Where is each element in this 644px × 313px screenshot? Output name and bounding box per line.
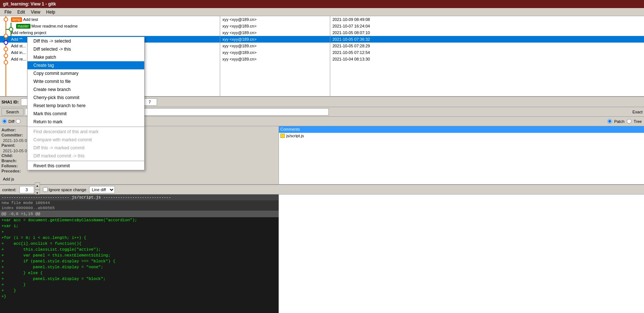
- branch-label: Branch:: [1, 159, 27, 163]
- right-file-panel: [279, 194, 644, 313]
- file-list-panel: Comments js/script.js: [279, 126, 644, 184]
- menu-help[interactable]: Help: [43, 9, 58, 15]
- diff-radio-group: Diff: [2, 119, 22, 124]
- diff-radio-label: Diff: [8, 119, 14, 124]
- author-cell-selected[interactable]: xyy <xyy@189.cn>: [220, 36, 330, 43]
- ctx-create-tag[interactable]: Create tag: [28, 61, 144, 69]
- author-cell[interactable]: xyy <xyy@189.cn>: [220, 29, 330, 36]
- patch-label: Patch: [614, 119, 625, 124]
- commit-row[interactable]: Add refering project: [0, 29, 220, 36]
- branch-badge-temp: temp: [11, 17, 22, 22]
- diff-line-add: +var i;: [0, 223, 279, 229]
- ctx-separator2: [28, 161, 144, 161]
- ignore-space-group: Ignore space change: [43, 187, 87, 192]
- diff-line-add: + panel.style.display = "block";: [0, 276, 279, 282]
- ctx-cherry-pick[interactable]: Cherry-pick this commit: [28, 94, 144, 102]
- ctx-write-commit[interactable]: Write commit to file: [28, 77, 144, 85]
- date-column: 2021-10-09 08:49:08 2021-10-07 16:24:04 …: [330, 16, 644, 96]
- menu-view[interactable]: View: [28, 9, 43, 15]
- ctx-return-mark[interactable]: Return to mark: [28, 118, 144, 126]
- ctx-diff-marked-this: Diff marked commit -> this: [28, 152, 144, 160]
- branch-badge-master: master: [16, 24, 30, 29]
- ctx-create-branch[interactable]: Create new branch: [28, 85, 144, 94]
- diff-display-panel: ---------------------------- js/script.j…: [0, 194, 644, 313]
- diff-hunk-header: @@ -0,0 +1,15 @@: [0, 211, 279, 217]
- commit-msg-text: Add js: [3, 177, 14, 181]
- diff-line-add: + this.classList.toggle("active");: [0, 247, 279, 252]
- diff-meta1: new file mode 100644: [0, 200, 279, 205]
- diff-line-add: +}: [0, 294, 279, 299]
- ignore-space-label: Ignore space change: [49, 188, 87, 192]
- diff-line-add: +: [0, 229, 279, 235]
- diff-line-add: + }: [0, 282, 279, 288]
- author-cell[interactable]: xyy <xyy@189.cn>: [220, 49, 330, 56]
- committer-label: Committer:: [1, 133, 27, 137]
- ctx-diff-selected-this[interactable]: Diff selected -> this: [28, 45, 144, 53]
- context-up-button[interactable]: ▲: [35, 182, 40, 190]
- date-cell[interactable]: 2021-10-07 16:24:04: [330, 23, 644, 29]
- patch-radio[interactable]: [607, 119, 612, 124]
- diff-content-area: ---------------------------- js/script.j…: [0, 194, 279, 313]
- ignore-space-checkbox[interactable]: [43, 187, 48, 192]
- diff-type-select[interactable]: Line diff Word diff: [89, 186, 115, 193]
- exact-label: Exact: [633, 110, 643, 114]
- date-cell[interactable]: 2021-10-04 08:13:30: [330, 56, 644, 62]
- author-cell[interactable]: xyy <xyy@189.cn>: [220, 43, 330, 49]
- other-radio[interactable]: [16, 119, 21, 124]
- diff-hunk-text: @@ -0,0 +1,15 @@: [1, 211, 40, 217]
- diff-line-add: +var acc = document.getElementsByClassNa…: [0, 217, 279, 223]
- diff-radio[interactable]: [2, 119, 7, 124]
- file-item[interactable]: js/script.js: [279, 133, 644, 139]
- sha1-label: SHA1 ID:: [1, 100, 19, 104]
- commit-row[interactable]: temp Add test: [0, 16, 220, 23]
- author-cell[interactable]: xyy <xyy@189.cn>: [220, 23, 330, 29]
- ctx-make-patch[interactable]: Make patch: [28, 53, 144, 61]
- ctx-mark-commit[interactable]: Mark this commit: [28, 110, 144, 118]
- tree-label: Tree: [634, 119, 642, 124]
- commit-message: Add st...: [11, 44, 26, 48]
- ctx-compare-marked: Compare with marked commit: [28, 136, 144, 144]
- date-cell[interactable]: 2021-10-05 08:07:10: [330, 29, 644, 36]
- commit-message: Add **: [11, 37, 22, 41]
- ctx-diff-marked: Diff this -> marked commit: [28, 144, 144, 152]
- tree-radio[interactable]: [627, 119, 632, 124]
- row-total-input[interactable]: [142, 98, 157, 106]
- menu-file[interactable]: File: [1, 9, 14, 15]
- ctx-revert[interactable]: Revert this commit: [28, 162, 144, 170]
- date-cell[interactable]: 2021-10-05 07:12:54: [330, 49, 644, 56]
- context-menu: Diff this -> selected Diff selected -> t…: [27, 37, 145, 170]
- ctx-reset-temp[interactable]: Reset temp branch to here: [28, 102, 144, 110]
- diff-line-add: + acc[i].onclick = function(){: [0, 241, 279, 247]
- file-icon: [280, 134, 285, 138]
- titlebar: git_learning: View 1 - gitk: [0, 0, 644, 8]
- commit-message: Add test: [23, 17, 38, 22]
- commit-message: Add refering project: [11, 30, 46, 35]
- search-button[interactable]: Search: [1, 108, 23, 116]
- author-column: xyy <xyy@189.cn> xyy <xyy@189.cn> xyy <x…: [220, 16, 330, 96]
- commit-message: Move readme.md readme: [32, 24, 78, 28]
- context-input[interactable]: [19, 186, 34, 193]
- title-text: git_learning: View 1 - gitk: [3, 1, 56, 7]
- commit-row[interactable]: master Move readme.md readme: [0, 23, 220, 29]
- date-cell[interactable]: 2021-10-09 08:49:08: [330, 16, 644, 23]
- author-cell[interactable]: xyy <xyy@189.cn>: [220, 16, 330, 23]
- diff-filename-header: ---------------------------- js/script.j…: [0, 194, 279, 200]
- menu-edit[interactable]: Edit: [14, 9, 28, 15]
- menubar: File Edit View Help: [0, 8, 644, 16]
- file-tree-header: Comments: [279, 126, 644, 133]
- date-cell-selected[interactable]: 2021-10-05 07:36:32: [330, 36, 644, 43]
- date-cell[interactable]: 2021-10-05 07:28:29: [330, 43, 644, 49]
- author-cell[interactable]: xyy <xyy@189.cn>: [220, 56, 330, 62]
- diff-line-add: + panel.style.display = "none";: [0, 264, 279, 270]
- ctx-copy-commit-summary[interactable]: Copy commit summary: [28, 69, 144, 77]
- commit-message: Add re...: [11, 57, 26, 61]
- diff-meta2-text: index 0000000..ab80565: [1, 206, 55, 210]
- diff-line-add: + if (panel.style.display === "block") {: [0, 258, 279, 264]
- parent-label: Parent:: [1, 143, 27, 148]
- commit-message-body: Add js: [1, 174, 277, 184]
- ctx-diff-this-selected[interactable]: Diff this -> selected: [28, 37, 144, 45]
- diff-meta1-text: new file mode 100644: [1, 201, 50, 205]
- author-label: Author:: [1, 128, 27, 132]
- diff-line-add: + } else {: [0, 270, 279, 276]
- ctx-find-descendant: Find descendant of this and mark: [28, 128, 144, 136]
